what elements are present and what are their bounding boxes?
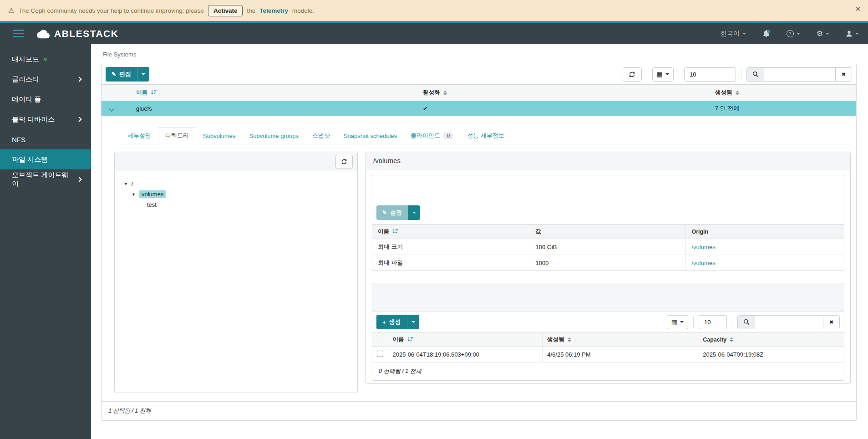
snapshots-table: 이름 — [372, 332, 844, 362]
clients-count-badge: 0 — [443, 132, 453, 139]
chevron-down-icon — [826, 33, 829, 35]
sidebar-item-label: 대시보드 — [12, 55, 39, 64]
snapshot-column-capacity[interactable]: Capacity — [698, 332, 844, 347]
row-checkbox[interactable] — [377, 351, 383, 357]
sidebar-item-block-devices[interactable]: 블럭 디바이스 — [0, 109, 91, 129]
snapshot-page-size-input[interactable] — [699, 315, 727, 329]
menu-toggle-icon[interactable] — [13, 30, 24, 37]
create-button-label: 생성 — [389, 318, 401, 326]
detail-tabs: 세부설명 디렉토리 Subvolumes Subvolume groups 스냅… — [121, 127, 851, 144]
fs-selection-summary: 1 선택됨 / 1 전체 — [102, 401, 856, 420]
quota-column-name[interactable]: 이름 — [372, 225, 530, 239]
tree-panel-header — [115, 152, 357, 171]
snapshot-column-created[interactable]: 생성됨 — [543, 332, 698, 347]
tab-subvolume-groups[interactable]: Subvolume groups — [243, 127, 305, 144]
tree-refresh-button[interactable] — [335, 155, 353, 168]
tab-performance-details[interactable]: 성능 세부정보 — [460, 127, 511, 144]
quota-column-value[interactable]: 값 — [530, 225, 686, 239]
sidebar-item-object-gateway[interactable]: 오브젝트 게이트웨이 — [0, 169, 91, 189]
check-icon: ✔ — [423, 105, 428, 112]
tree-expand-icon[interactable]: ▼ — [132, 192, 136, 197]
fs-toolbar: ✎ 편집 ▦ — [102, 64, 856, 84]
edit-split-button: ✎ 편집 — [106, 67, 149, 82]
breadcrumb: File Systems — [102, 51, 868, 58]
quota-column-origin[interactable]: Origin — [686, 225, 844, 239]
tab-snapshot-schedules[interactable]: Snapshot schedules — [337, 127, 404, 144]
tree-node-volumes[interactable]: ▼ volumes — [120, 189, 352, 199]
snapshot-search-input[interactable] — [755, 316, 823, 329]
sort-amount-icon — [407, 337, 413, 342]
settings-dropdown-toggle[interactable] — [408, 205, 420, 220]
sidebar-item-file-systems[interactable]: 파일 시스템 — [0, 149, 91, 169]
pencil-icon: ✎ — [382, 209, 387, 216]
snapshot-column-toggle-button[interactable]: ▦ — [667, 315, 688, 329]
column-header-name[interactable]: 이름 — [132, 85, 418, 101]
sidebar-item-label: 블럭 디바이스 — [12, 115, 55, 124]
language-label: 한국어 — [721, 30, 740, 38]
tab-details[interactable]: 세부설명 — [121, 127, 158, 144]
column-label: 생성됨 — [715, 89, 732, 97]
table-row[interactable]: 2025-06-04T18:19:06.603+09:00 4/6/25 06:… — [372, 347, 844, 362]
help-icon: ? — [787, 30, 794, 37]
page-size-input[interactable] — [684, 67, 736, 82]
table-columns-icon: ▦ — [657, 71, 663, 77]
edit-button[interactable]: ✎ 편집 — [106, 67, 137, 82]
chevron-down-icon — [742, 33, 746, 35]
snapshot-created-cell: 4/6/25 06:19 PM — [543, 347, 698, 362]
quota-origin-link[interactable]: /volumes — [691, 260, 715, 266]
tab-subvolumes[interactable]: Subvolumes — [196, 127, 243, 144]
settings-dropdown[interactable]: ⚙ — [817, 29, 829, 38]
tab-clients[interactable]: 클라이언트 0 — [404, 127, 460, 144]
banner-close-icon[interactable]: × — [855, 4, 861, 13]
create-dropdown-toggle[interactable] — [407, 315, 419, 329]
sidebar-item-dashboard[interactable]: 대시보드 ♥ — [0, 49, 91, 69]
column-header-created[interactable]: 생성됨 — [711, 85, 856, 101]
file-systems-table: 이름 활성화 — [102, 84, 856, 116]
quota-table: 이름 — [372, 224, 844, 271]
help-dropdown[interactable]: ? — [787, 30, 800, 37]
sidebar-item-nfs[interactable]: NFS — [0, 129, 91, 149]
expand-column-header — [102, 85, 132, 101]
search-input[interactable] — [764, 68, 835, 81]
snapshots-toolbar: + 생성 ▦ — [372, 311, 844, 332]
user-dropdown[interactable] — [846, 30, 859, 37]
tree-node-label: / — [132, 180, 133, 187]
tree-node-label: test — [147, 201, 157, 208]
brand-logo: ABLESTACK — [36, 28, 118, 39]
clear-search-icon[interactable]: ✖ — [835, 68, 852, 81]
fs-created-cell: 7 일 전에 — [711, 101, 856, 116]
create-button[interactable]: + 생성 — [376, 315, 407, 329]
snapshot-name-cell: 2025-06-04T18:19:06.603+09:00 — [388, 347, 543, 362]
sidebar-item-pools[interactable]: 데이터 풀 — [0, 89, 91, 109]
snapshot-column-name[interactable]: 이름 — [388, 332, 543, 347]
sidebar-item-cluster[interactable]: 클러스터 — [0, 69, 91, 89]
chevron-right-icon — [76, 117, 81, 122]
sort-icon — [443, 91, 447, 95]
settings-button[interactable]: ✎ 설정 — [376, 205, 408, 220]
tree-node-test[interactable]: test — [120, 199, 352, 210]
tree-node-root[interactable]: ▼ / — [120, 179, 352, 189]
directory-tree-panel: ▼ / ▼ volumes test — [114, 152, 358, 393]
health-heart-icon: ♥ — [43, 56, 47, 63]
notifications-button[interactable] — [762, 30, 770, 38]
tab-snapshots[interactable]: 스냅샷 — [305, 127, 337, 144]
column-toggle-button[interactable]: ▦ — [652, 67, 674, 82]
column-header-enabled[interactable]: 활성화 — [418, 85, 711, 101]
quota-name-cell: 최대 파일 — [372, 255, 530, 271]
quota-section: ✎ 설정 — [372, 175, 844, 271]
edit-dropdown-toggle[interactable] — [137, 67, 149, 82]
directory-tree: ▼ / ▼ volumes test — [115, 171, 357, 217]
tree-expand-icon[interactable]: ▼ — [124, 182, 128, 186]
collapse-row-icon[interactable] — [109, 106, 114, 111]
pencil-icon: ✎ — [112, 71, 116, 77]
language-dropdown[interactable]: 한국어 — [721, 30, 746, 38]
table-row-gluefs[interactable]: gluefs ✔ 7 일 전에 — [102, 101, 856, 116]
user-icon — [846, 30, 853, 37]
activate-button[interactable]: Activate — [208, 5, 243, 16]
quota-origin-link[interactable]: /volumes — [691, 244, 715, 250]
tab-directories[interactable]: 디렉토리 — [158, 127, 196, 144]
clear-search-icon[interactable]: ✖ — [823, 316, 839, 329]
refresh-button[interactable] — [623, 67, 642, 82]
checkbox-column-header — [372, 332, 388, 347]
telemetry-link[interactable]: Telemetry — [259, 7, 288, 14]
